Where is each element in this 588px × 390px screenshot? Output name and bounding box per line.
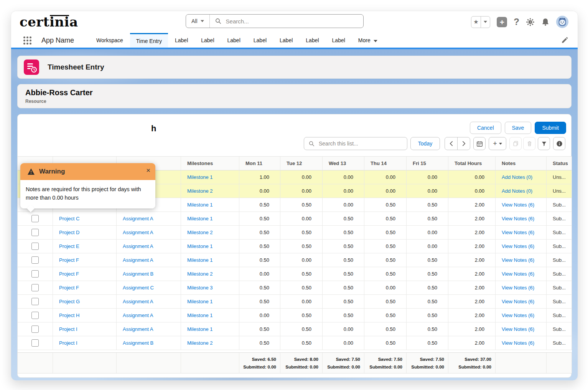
day-hours-cell-1[interactable]: 0.00 bbox=[280, 212, 323, 226]
submit-button[interactable]: Submit bbox=[535, 122, 566, 134]
project-link[interactable]: Project F bbox=[59, 285, 79, 291]
global-add-button[interactable]: + bbox=[497, 17, 507, 27]
edit-nav-button[interactable] bbox=[561, 36, 568, 45]
day-hours-cell-3[interactable]: 0.50 bbox=[364, 226, 407, 240]
day-hours-cell-0[interactable]: 0.50 bbox=[239, 253, 280, 267]
tab-time-entry-1[interactable]: Time Entry bbox=[130, 33, 168, 48]
column-header-milestones[interactable]: Milestones bbox=[181, 157, 239, 170]
day-hours-cell-2[interactable]: 0.50 bbox=[323, 240, 364, 253]
assignment-link[interactable]: Assignment A bbox=[123, 230, 153, 235]
day-hours-cell-0[interactable]: 0.50 bbox=[239, 322, 280, 336]
day-hours-cell-2[interactable]: 0.50 bbox=[323, 281, 364, 295]
column-header-thu-14[interactable]: Thu 14 bbox=[364, 157, 407, 170]
day-hours-cell-4[interactable]: 0.50 bbox=[407, 322, 448, 336]
date-picker-button[interactable] bbox=[473, 137, 486, 150]
day-hours-cell-4[interactable]: 0.50 bbox=[407, 198, 448, 212]
assignment-link[interactable]: Assignment A bbox=[123, 257, 153, 263]
search-input[interactable] bbox=[225, 18, 358, 25]
tab-label-3[interactable]: Label bbox=[201, 33, 214, 48]
column-header-total-hours[interactable]: Total Hours bbox=[448, 157, 496, 170]
project-link[interactable]: Project C bbox=[59, 216, 79, 221]
day-hours-cell-4[interactable]: 0.50 bbox=[407, 253, 448, 267]
day-hours-cell-3[interactable]: 0.50 bbox=[364, 253, 407, 267]
milestone-link[interactable]: Milestone 3 bbox=[187, 285, 212, 291]
day-hours-cell-1[interactable]: 0.00 bbox=[280, 253, 323, 267]
save-button[interactable]: Save bbox=[505, 122, 532, 134]
day-hours-cell-1[interactable]: 0.50 bbox=[280, 240, 323, 253]
notes-link[interactable]: View Notes (6) bbox=[502, 230, 534, 235]
previous-week-button[interactable] bbox=[445, 137, 458, 150]
assignment-link[interactable]: Assignment C bbox=[123, 285, 154, 291]
day-hours-cell-1[interactable]: 0.50 bbox=[280, 322, 323, 336]
tab-label-4[interactable]: Label bbox=[227, 33, 240, 48]
next-week-button[interactable] bbox=[458, 137, 470, 150]
assignment-link[interactable]: Assignment A bbox=[123, 312, 153, 318]
close-icon[interactable]: × bbox=[146, 167, 150, 174]
milestone-link[interactable]: Milestone 1 bbox=[187, 299, 212, 304]
cancel-button[interactable]: Cancel bbox=[470, 122, 501, 134]
day-hours-cell-1[interactable]: 0.50 bbox=[280, 309, 323, 322]
app-launcher-icon[interactable] bbox=[23, 36, 31, 45]
project-link[interactable]: Project E bbox=[59, 243, 79, 249]
favorites-caret-icon[interactable] bbox=[481, 17, 490, 28]
day-hours-cell-2[interactable]: 0.50 bbox=[323, 226, 364, 240]
day-hours-cell-4[interactable]: 0.00 bbox=[407, 240, 448, 253]
filter-button[interactable] bbox=[538, 137, 550, 150]
notes-link[interactable]: View Notes (6) bbox=[502, 216, 534, 221]
project-link[interactable]: Project I bbox=[59, 340, 77, 346]
day-hours-cell-0[interactable]: 0.50 bbox=[239, 226, 280, 240]
day-hours-cell-2[interactable]: 0.00 bbox=[323, 336, 364, 350]
day-hours-cell-0[interactable]: 1.00 bbox=[239, 170, 280, 184]
tab-workspace-0[interactable]: Workspace bbox=[96, 33, 123, 48]
day-hours-cell-0[interactable]: 0.50 bbox=[239, 295, 280, 309]
day-hours-cell-0[interactable]: 0.50 bbox=[239, 240, 280, 253]
notes-link[interactable]: View Notes (6) bbox=[502, 312, 534, 318]
day-hours-cell-0[interactable]: 0.50 bbox=[239, 198, 280, 212]
assignment-link[interactable]: Assignment B bbox=[123, 271, 153, 277]
global-search[interactable]: All bbox=[186, 14, 364, 28]
day-hours-cell-1[interactable]: 0.50 bbox=[280, 226, 323, 240]
day-hours-cell-2[interactable]: 0.00 bbox=[323, 322, 364, 336]
list-search-input[interactable] bbox=[318, 140, 402, 147]
tab-label-6[interactable]: Label bbox=[280, 33, 293, 48]
project-link[interactable]: Project G bbox=[59, 299, 80, 304]
column-header-notes[interactable]: Notes bbox=[496, 157, 547, 170]
column-header-mon-11[interactable]: Mon 11 bbox=[239, 157, 280, 170]
column-header-tue-12[interactable]: Tue 12 bbox=[280, 157, 323, 170]
day-hours-cell-4[interactable]: 0.50 bbox=[407, 295, 448, 309]
day-hours-cell-1[interactable]: 0.50 bbox=[280, 281, 323, 295]
assignment-link[interactable]: Assignment B bbox=[123, 340, 153, 346]
star-icon[interactable]: ★ bbox=[471, 17, 481, 28]
day-hours-cell-3[interactable]: 0.50 bbox=[364, 267, 407, 281]
day-hours-cell-2[interactable]: 0.00 bbox=[323, 184, 364, 198]
day-hours-cell-1[interactable]: 0.50 bbox=[280, 267, 323, 281]
day-hours-cell-3[interactable]: 0.50 bbox=[364, 212, 407, 226]
day-hours-cell-2[interactable]: 0.00 bbox=[323, 170, 364, 184]
assignment-link[interactable]: Assignment A bbox=[123, 299, 153, 304]
tab-label-8[interactable]: Label bbox=[332, 33, 345, 48]
row-checkbox[interactable] bbox=[31, 270, 39, 278]
setup-button[interactable] bbox=[526, 18, 535, 26]
assignment-link[interactable]: Assignment A bbox=[123, 243, 153, 249]
row-checkbox[interactable] bbox=[31, 243, 39, 250]
day-hours-cell-0[interactable]: 0.50 bbox=[239, 281, 280, 295]
milestone-link[interactable]: Milestone 1 bbox=[187, 216, 212, 221]
column-header-wed-13[interactable]: Wed 13 bbox=[323, 157, 364, 170]
project-link[interactable]: Project I bbox=[59, 326, 77, 332]
notes-link[interactable]: View Notes (6) bbox=[502, 271, 534, 277]
day-hours-cell-4[interactable]: 0.50 bbox=[407, 267, 448, 281]
day-hours-cell-4[interactable]: 0.50 bbox=[407, 309, 448, 322]
list-search[interactable] bbox=[304, 137, 407, 150]
day-hours-cell-3[interactable]: 0.00 bbox=[364, 281, 407, 295]
notes-link[interactable]: View Notes (6) bbox=[502, 340, 534, 346]
user-avatar[interactable] bbox=[556, 16, 568, 28]
project-link[interactable]: Project D bbox=[59, 230, 79, 235]
milestone-link[interactable]: Milestone 1 bbox=[187, 257, 212, 263]
nav-more[interactable]: More bbox=[358, 33, 377, 48]
day-hours-cell-3[interactable]: 0.50 bbox=[364, 295, 407, 309]
day-hours-cell-3[interactable]: 0.50 bbox=[364, 198, 407, 212]
day-hours-cell-2[interactable]: 0.50 bbox=[323, 267, 364, 281]
notes-link[interactable]: View Notes (6) bbox=[502, 202, 534, 208]
add-row-button[interactable]: + bbox=[489, 137, 506, 150]
notes-link[interactable]: View Notes (6) bbox=[502, 257, 534, 263]
